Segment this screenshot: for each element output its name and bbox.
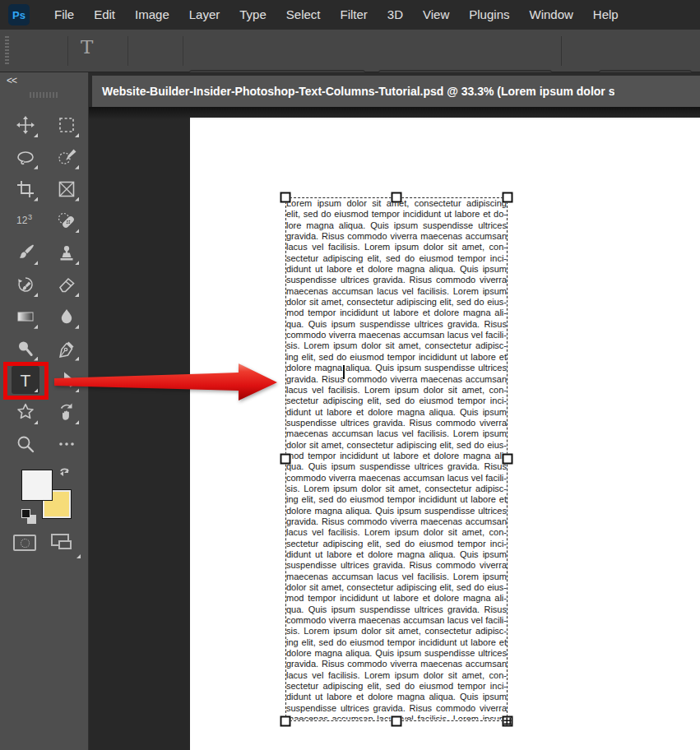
options-bar-grip[interactable]: [5, 36, 9, 66]
options-bar: T T Myriad Pro Regular TT 8 pt: [0, 30, 700, 72]
foreground-color-swatch[interactable]: [21, 470, 53, 501]
document-page: Lorem ipsum dolor sit amet, consectetur …: [190, 118, 700, 750]
screen-mode-icon-front: [58, 540, 72, 549]
tools-panel: << 123T: [0, 72, 89, 750]
tool-highlight-box: [3, 362, 49, 400]
menu-items: FileEditImageLayerTypeSelectFilter3DView…: [44, 0, 628, 30]
quick-mask-icon: [21, 539, 30, 548]
dodge-tool-icon[interactable]: [12, 335, 39, 363]
menu-item-window[interactable]: Window: [519, 0, 582, 30]
text-insertion-cursor: [343, 365, 345, 379]
document-tab-bar: Website-Builder-Insider-Photoshop-Text-C…: [89, 72, 700, 107]
spot-healing-tool-icon[interactable]: [53, 206, 81, 234]
eraser-tool-icon[interactable]: [53, 271, 81, 299]
svg-text:12: 12: [16, 215, 28, 226]
default-colors-icon[interactable]: [21, 509, 30, 518]
handle-middle-left[interactable]: [280, 454, 291, 465]
history-brush-tool-icon[interactable]: [12, 271, 39, 299]
separator: [561, 36, 562, 66]
menu-item-type[interactable]: Type: [229, 0, 276, 30]
menu-item-3d[interactable]: 3D: [378, 0, 413, 30]
brush-tool-icon[interactable]: [12, 238, 39, 266]
blur-tool-icon[interactable]: [53, 303, 81, 331]
handle-middle-right[interactable]: [503, 454, 513, 465]
handle-top-center[interactable]: [392, 192, 402, 203]
photoshop-window: Ps FileEditImageLayerTypeSelectFilter3DV…: [0, 0, 700, 750]
screen-mode-button[interactable]: [51, 534, 79, 555]
frame-tool-icon[interactable]: [53, 175, 81, 203]
shape-tool-icon[interactable]: [12, 398, 39, 426]
menu-item-layer[interactable]: Layer: [179, 0, 230, 30]
type-tool-options-icon[interactable]: T: [81, 36, 93, 58]
menu-item-filter[interactable]: Filter: [331, 0, 378, 30]
zoom-tool-icon[interactable]: [12, 430, 39, 458]
handle-top-left[interactable]: [280, 192, 291, 203]
move-tool-icon[interactable]: [12, 111, 39, 139]
canvas-area: Lorem ipsum dolor sit amet, consectetur …: [89, 107, 700, 750]
clone-stamp-tool-icon[interactable]: [53, 238, 81, 266]
count-tool-icon[interactable]: 123: [12, 206, 39, 234]
red-arrow: [48, 359, 286, 405]
menu-item-edit[interactable]: Edit: [84, 0, 125, 30]
selection-brush-tool-icon[interactable]: [53, 143, 81, 171]
menu-item-select[interactable]: Select: [276, 0, 331, 30]
photoshop-logo-icon[interactable]: Ps: [8, 4, 30, 25]
collapse-panel-button[interactable]: <<: [7, 75, 16, 86]
handle-bottom-left[interactable]: [280, 716, 291, 727]
crop-tool-icon[interactable]: [12, 175, 39, 203]
separator: [127, 36, 128, 66]
panel-grip[interactable]: [30, 92, 59, 98]
menu-item-image[interactable]: Image: [125, 0, 179, 30]
marquee-tool-icon[interactable]: [53, 111, 81, 139]
edit-toolbar-ellipsis-icon[interactable]: [53, 430, 81, 458]
menu-item-plugins[interactable]: Plugins: [459, 0, 519, 30]
lorem-text[interactable]: Lorem ipsum dolor sit amet, consectetur …: [286, 198, 507, 720]
quick-mask-button[interactable]: [13, 535, 36, 551]
flyout-triangle: [76, 554, 81, 558]
document-tab[interactable]: Website-Builder-Insider-Photoshop-Text-C…: [92, 76, 700, 107]
lasso-tool-icon[interactable]: [12, 143, 39, 171]
menu-bar: Ps FileEditImageLayerTypeSelectFilter3DV…: [0, 0, 700, 30]
handle-bottom-right-grid[interactable]: [503, 716, 513, 727]
separator: [67, 36, 68, 66]
separator: [183, 36, 183, 66]
menu-item-file[interactable]: File: [44, 0, 84, 30]
menu-item-help[interactable]: Help: [583, 0, 628, 30]
handle-bottom-center[interactable]: [392, 716, 402, 727]
swap-colors-icon[interactable]: [58, 465, 74, 480]
document-title: Website-Builder-Insider-Photoshop-Text-C…: [92, 85, 614, 98]
gradient-tool-icon[interactable]: [12, 303, 39, 331]
handle-top-right[interactable]: [503, 192, 513, 203]
menu-item-view[interactable]: View: [413, 0, 459, 30]
svg-text:3: 3: [28, 213, 32, 221]
